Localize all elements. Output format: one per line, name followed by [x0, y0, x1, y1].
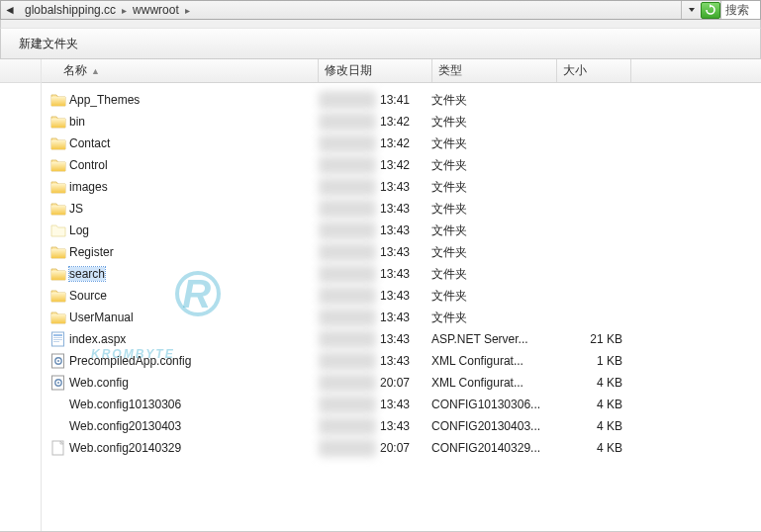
folder-icon — [42, 244, 67, 260]
file-name[interactable]: images — [67, 180, 319, 194]
col-label: 名称 — [63, 62, 87, 79]
nav-pane[interactable] — [0, 59, 42, 532]
file-name[interactable]: Contact — [67, 136, 319, 150]
table-row[interactable]: Web.config2014032920:07CONFIG20140329...… — [42, 437, 761, 459]
table-row[interactable]: search13:43文件夹 — [42, 263, 761, 285]
table-row[interactable]: Web.config2013040313:43CONFIG20130403...… — [42, 415, 761, 437]
file-time: 13:43 — [380, 180, 431, 194]
chevron-right-icon[interactable]: ▸ — [122, 5, 127, 16]
new-folder-button[interactable]: 新建文件夹 — [19, 36, 78, 52]
col-header-name[interactable]: 名称 ▲ — [42, 59, 319, 82]
file-name[interactable]: Control — [67, 158, 319, 172]
folder-icon — [42, 114, 67, 130]
file-size: 4 KB — [556, 398, 630, 411]
file-time: 13:43 — [380, 310, 431, 324]
col-header-date[interactable]: 修改日期 — [319, 59, 432, 82]
main-area: 名称 ▲ 修改日期 类型 大小 KROMBYTER App_Themes13:4… — [0, 59, 761, 532]
file-name[interactable]: index.aspx — [67, 332, 319, 346]
date-redacted — [319, 352, 376, 370]
file-list: App_Themes13:41文件夹bin13:42文件夹Contact13:4… — [42, 83, 761, 459]
date-redacted — [319, 417, 376, 435]
breadcrumb-seg[interactable]: globalshipping.cc — [23, 3, 118, 17]
table-row[interactable]: PrecompiledApp.config13:43XML Configurat… — [42, 350, 761, 372]
file-name[interactable]: Log — [67, 223, 319, 237]
file-type: XML Configurat... — [431, 376, 556, 390]
folder-icon — [42, 135, 67, 151]
table-row[interactable]: Web.config20:07XML Configurat...4 KB — [42, 372, 761, 394]
folder-icon — [42, 179, 67, 195]
file-time: 13:42 — [380, 136, 431, 150]
col-header-size[interactable]: 大小 — [557, 59, 631, 82]
table-row[interactable]: Contact13:42文件夹 — [42, 133, 761, 154]
file-type: 文件夹 — [431, 179, 556, 196]
nav-pane-header — [0, 59, 41, 83]
col-header-empty[interactable] — [631, 59, 761, 82]
date-redacted — [319, 200, 376, 218]
col-header-type[interactable]: 类型 — [432, 59, 557, 82]
file-time: 13:43 — [380, 267, 431, 281]
search-input[interactable]: 搜索 — [720, 1, 760, 19]
table-row[interactable]: bin13:42文件夹 — [42, 111, 761, 133]
file-name[interactable]: Web.config — [67, 376, 319, 390]
file-name[interactable]: App_Themes — [67, 93, 319, 107]
date-redacted — [319, 113, 376, 131]
file-name[interactable]: search — [67, 267, 319, 281]
file-time: 13:43 — [380, 332, 431, 346]
table-row[interactable]: Register13:43文件夹 — [42, 241, 761, 263]
file-size: 1 KB — [556, 354, 630, 368]
table-row[interactable]: Source13:43文件夹 — [42, 285, 761, 307]
file-type: 文件夹 — [431, 135, 556, 152]
file-type: XML Configurat... — [431, 354, 556, 368]
table-row[interactable]: JS13:43文件夹 — [42, 198, 761, 220]
aspx-icon — [42, 331, 67, 347]
file-time: 13:43 — [380, 398, 431, 411]
file-type: CONFIG20140329... — [431, 441, 556, 455]
dropdown-button[interactable] — [681, 1, 701, 19]
file-time: 13:43 — [380, 419, 431, 433]
table-row[interactable]: UserManual13:43文件夹 — [42, 307, 761, 328]
file-name[interactable]: Register — [67, 245, 319, 259]
file-icon — [42, 440, 67, 456]
file-type: 文件夹 — [431, 114, 556, 131]
refresh-button[interactable] — [701, 2, 720, 19]
file-name[interactable]: JS — [67, 202, 319, 216]
file-type: 文件夹 — [431, 201, 556, 218]
breadcrumb-seg[interactable]: wwwroot — [131, 3, 181, 17]
file-name[interactable]: Web.config20130403 — [67, 419, 319, 433]
file-time: 13:43 — [380, 202, 431, 216]
date-redacted — [319, 91, 376, 109]
column-headers[interactable]: 名称 ▲ 修改日期 类型 大小 — [42, 59, 761, 83]
file-name[interactable]: Web.config10130306 — [67, 398, 319, 411]
file-name[interactable]: bin — [67, 115, 319, 129]
table-row[interactable]: index.aspx13:43ASP.NET Server...21 KB — [42, 328, 761, 350]
file-time: 13:42 — [380, 158, 431, 172]
back-arrow-icon[interactable]: ◄ — [1, 1, 19, 19]
file-type: 文件夹 — [431, 157, 556, 174]
file-name[interactable]: PrecompiledApp.config — [67, 354, 319, 368]
date-redacted — [319, 287, 376, 305]
date-redacted — [319, 178, 376, 196]
folder-icon — [42, 288, 67, 304]
table-row[interactable]: images13:43文件夹 — [42, 176, 761, 198]
file-type: 文件夹 — [431, 288, 556, 305]
table-row[interactable]: Log13:43文件夹 — [42, 220, 761, 241]
folder-icon — [42, 201, 67, 217]
file-time: 13:42 — [380, 115, 431, 129]
table-row[interactable]: App_Themes13:41文件夹 — [42, 89, 761, 111]
breadcrumb[interactable]: globalshipping.cc ▸ wwwroot ▸ — [19, 3, 194, 17]
date-redacted — [319, 330, 376, 348]
address-bar[interactable]: ◄ globalshipping.cc ▸ wwwroot ▸ 搜索 — [0, 0, 761, 20]
file-name[interactable]: Source — [67, 289, 319, 303]
table-row[interactable]: Control13:42文件夹 — [42, 154, 761, 176]
spacer — [0, 20, 761, 28]
file-size: 4 KB — [556, 376, 630, 390]
table-row[interactable]: Web.config1013030613:43CONFIG10130306...… — [42, 394, 761, 415]
date-redacted — [319, 265, 376, 283]
file-name[interactable]: UserManual — [67, 310, 319, 324]
file-type: ASP.NET Server... — [431, 332, 556, 346]
date-redacted — [319, 222, 376, 239]
file-name[interactable]: Web.config20140329 — [67, 441, 319, 455]
toolbar: 新建文件夹 — [0, 28, 761, 59]
chevron-right-icon[interactable]: ▸ — [185, 5, 190, 16]
date-redacted — [319, 439, 376, 457]
